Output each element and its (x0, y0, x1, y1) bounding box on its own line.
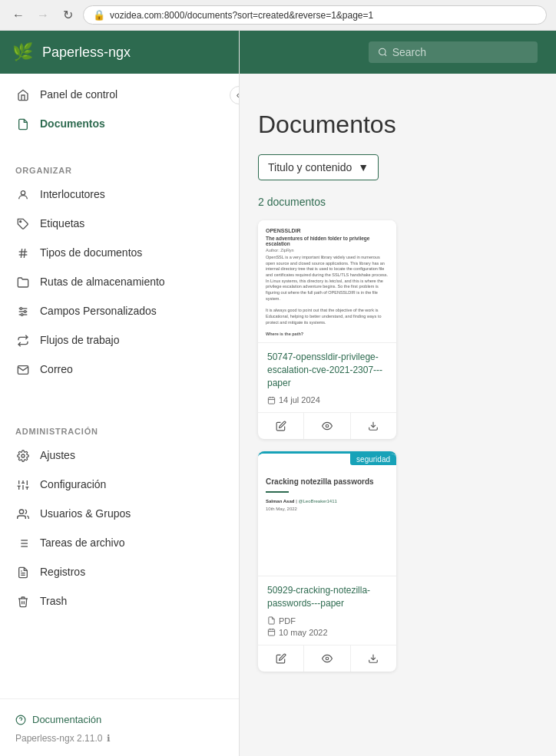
settings-icon (15, 448, 31, 462)
doc-card-body-1: 50747-openssldir-privilege-escalation-cv… (258, 343, 396, 412)
eye-icon-2 (322, 653, 333, 664)
file-icon (15, 117, 31, 130)
sidebar-item-ajustes[interactable]: Ajustes (0, 441, 239, 470)
trash-icon (15, 594, 31, 608)
svg-line-34 (385, 54, 386, 55)
filetype-text-2: PDF (279, 616, 296, 626)
filter-bar: Titulo y contenido ▼ (258, 154, 538, 180)
workflow-icon (15, 333, 31, 347)
doc-preview-title-2: Cracking notezilla passwords (266, 477, 389, 487)
doc-preview-1: OPENSSLDIR The adventures of hidden fold… (258, 220, 396, 343)
svg-point-12 (22, 454, 25, 457)
download-button-1[interactable] (351, 413, 396, 439)
doc-card-title-2: 50929-cracking-notezilla-passwords---pap… (267, 584, 387, 610)
doc-card-actions-1 (258, 412, 396, 439)
mail-icon (15, 362, 31, 376)
date-text-2: 10 may 2022 (279, 628, 328, 637)
calendar-icon-2 (267, 628, 276, 636)
forward-button[interactable]: → (34, 6, 52, 25)
sidebar-section-organizar: ORGANIZAR (0, 154, 239, 180)
sidebar-item-registros[interactable]: Registros (0, 557, 239, 586)
doc-preview-divider-2 (266, 491, 289, 493)
log-icon (15, 565, 31, 579)
edit-button-1[interactable] (258, 413, 304, 439)
svg-point-39 (326, 425, 329, 428)
sidebar-item-flujos-trabajo[interactable]: Flujos de trabajo (0, 325, 239, 355)
doc-preview-author-2: Salman Asad | @LeoBreaker1411 (266, 499, 389, 503)
sidebar-item-usuarios-grupos[interactable]: Usuarios & Grupos (0, 499, 239, 528)
filter-dropdown[interactable]: Titulo y contenido ▼ (258, 154, 379, 180)
search-icon (378, 47, 388, 58)
documentation-link[interactable]: Documentación (15, 708, 223, 730)
sidebar-item-panel-control[interactable]: Panel de control (0, 80, 239, 109)
sidebar-section-admin: ADMINISTRACIÓN (0, 414, 239, 441)
sidebar-item-tareas-archivo[interactable]: Tareas de archivo (0, 528, 239, 557)
file-icon-2 (267, 616, 276, 625)
sidebar-item-rutas-almacenamiento[interactable]: Rutas de almacenamiento (0, 267, 239, 296)
sidebar-label-rutas-almacenamiento: Rutas de almacenamiento (40, 276, 165, 288)
svg-rect-35 (268, 398, 274, 404)
navbar: 🌿 Paperless-ngx (0, 31, 239, 74)
sidebar-label-ajustes: Ajustes (40, 449, 75, 461)
version-text: Paperless-ngx 2.11.0 (15, 733, 102, 744)
main-navbar (240, 31, 556, 74)
svg-point-33 (379, 48, 386, 54)
edit-icon-1 (276, 421, 286, 431)
sidebar-label-campos-personalizados: Campos Personalizados (40, 305, 157, 317)
documents-grid: OPENSSLDIR The adventures of hidden fold… (258, 220, 538, 672)
svg-rect-41 (268, 629, 274, 636)
browser-chrome: ← → ↻ 🔒 vozidea.com:8000/documents?sort=… (0, 0, 556, 31)
doc-preview-body-1: OpenSSL is a very important library wide… (266, 255, 389, 343)
sidebar-label-tareas-archivo: Tareas de archivo (40, 536, 125, 549)
edit-button-2[interactable] (258, 645, 304, 672)
sidebar-item-configuracion[interactable]: Configuración (0, 470, 239, 499)
doc-tag-2: seguridad (350, 454, 396, 465)
sidebar: 🌿 Paperless-ngx « Panel de control Docum… (0, 31, 240, 756)
search-input[interactable] (392, 46, 528, 58)
doc-card-date-1: 14 jul 2024 (267, 395, 387, 404)
url-text: vozidea.com:8000/documents?sort=created&… (110, 10, 537, 21)
svg-line-4 (21, 249, 22, 258)
sidebar-item-correo[interactable]: Correo (0, 355, 239, 384)
view-button-2[interactable] (304, 645, 350, 672)
svg-point-11 (21, 313, 23, 315)
sidebar-item-documentos[interactable]: Documentos (0, 109, 239, 138)
doc-card-date-2: 10 may 2022 (267, 628, 387, 637)
security-icon: 🔒 (93, 9, 105, 21)
sidebar-label-flujos-trabajo: Flujos de trabajo (40, 334, 120, 346)
info-icon: ℹ (107, 733, 111, 744)
sidebar-item-campos-personalizados[interactable]: Campos Personalizados (0, 296, 239, 325)
doc-preview-author-1: Author: ZipRyn (266, 248, 389, 253)
doc-card-meta-2: PDF (267, 616, 387, 626)
view-button-1[interactable] (304, 413, 350, 439)
sidebar-item-interlocutores[interactable]: Interlocutores (0, 180, 239, 209)
sidebar-item-trash[interactable]: Trash (0, 586, 239, 616)
svg-point-0 (21, 190, 25, 194)
sidebar-item-tipos-documentos[interactable]: Tipos de documentos (0, 238, 239, 267)
sidebar-label-trash: Trash (40, 595, 67, 607)
main-content: Documentos Titulo y contenido ▼ 2 docume… (240, 31, 556, 756)
folder-icon (15, 275, 31, 289)
doc-preview-main-2: Cracking notezilla passwords Salman Asad… (266, 477, 389, 511)
svg-point-9 (20, 307, 22, 309)
doc-card-body-2: 50929-cracking-notezilla-passwords---pap… (258, 576, 396, 645)
sidebar-label-panel-control: Panel de control (40, 88, 117, 101)
app-logo: 🌿 (12, 42, 33, 62)
sidebar-label-usuarios-grupos: Usuarios & Grupos (40, 507, 131, 520)
search-bar[interactable] (369, 41, 538, 63)
tasks-icon (15, 536, 31, 550)
date-text-1: 14 jul 2024 (279, 395, 320, 404)
calendar-icon-1 (267, 396, 276, 404)
back-button[interactable]: ← (9, 6, 28, 25)
main-body: Documentos Titulo y contenido ▼ 2 docume… (258, 92, 538, 672)
download-button-2[interactable] (351, 645, 396, 672)
doc-count: 2 documentos (258, 196, 538, 208)
svg-point-10 (24, 310, 26, 312)
doc-preview-title-1: OPENSSLDIR (266, 228, 389, 233)
reload-button[interactable]: ↻ (58, 6, 77, 25)
sidebar-item-etiquetas[interactable]: Etiquetas (0, 209, 239, 238)
filter-label: Titulo y contenido (268, 161, 352, 173)
documentation-label: Documentación (32, 714, 101, 725)
hash-icon (15, 246, 31, 259)
sidebar-label-registros: Registros (40, 566, 85, 578)
